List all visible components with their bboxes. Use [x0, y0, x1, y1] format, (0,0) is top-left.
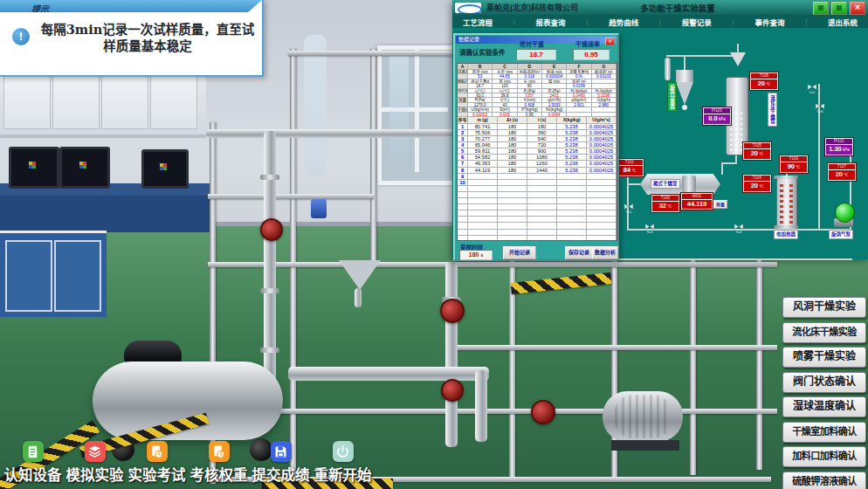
- table-cell: 5.238: [557, 161, 587, 167]
- table-cell: 44.119: [468, 168, 498, 174]
- electric-heater[interactable]: [776, 178, 797, 228]
- table-cell: 900: [527, 148, 557, 155]
- instrument-pi103: PI1030.0 kPa: [703, 107, 731, 125]
- valve-va3[interactable]: Va3: [643, 224, 657, 234]
- hint-title-bar: 提示: [0, 0, 262, 12]
- vortex-pump[interactable]: [835, 203, 855, 223]
- restore-button[interactable]: ▦: [831, 2, 847, 15]
- menu-item-1[interactable]: 工艺流程: [463, 17, 493, 27]
- toolbar-item-4[interactable]: 考核权重: [188, 441, 250, 485]
- side-button-3[interactable]: 喷雾干燥实验: [782, 347, 866, 368]
- side-button-6[interactable]: 干燥室加料确认: [782, 422, 866, 443]
- empty-cell: [498, 236, 527, 241]
- empty-cell: [468, 217, 498, 223]
- table-cell: 5.238: [557, 136, 587, 142]
- side-button-5[interactable]: 湿球温度确认: [782, 396, 866, 417]
- dialog-button-2[interactable]: 保存记录: [565, 246, 593, 259]
- table-cell: 720: [527, 142, 557, 148]
- toolbar-item-3[interactable]: 实验考试: [126, 441, 188, 485]
- toolbar-item-5[interactable]: 提交成绩: [250, 441, 312, 485]
- instrument-unit: ℃: [666, 204, 672, 209]
- empty-cell: [458, 204, 468, 210]
- blue-pump[interactable]: [311, 199, 327, 218]
- table-row: 10: [458, 180, 617, 186]
- toolbar-item-1[interactable]: 认知设备: [2, 441, 64, 485]
- table-cell: 180: [498, 148, 527, 155]
- valve-va1[interactable]: Va1: [622, 203, 636, 214]
- empty-cell: [458, 236, 468, 241]
- menu-item-5[interactable]: 事件查询: [754, 17, 784, 27]
- menu-separator: |: [513, 17, 515, 25]
- table-cell: [468, 174, 498, 180]
- table-cell: [468, 180, 498, 186]
- empty-cell: [527, 192, 557, 198]
- valve-va6[interactable]: Va6: [813, 103, 827, 114]
- instrument-unit: ℃: [630, 169, 636, 173]
- feed-hopper[interactable]: [730, 52, 746, 66]
- empty-cell: [557, 192, 587, 198]
- column-header: B: [468, 64, 493, 70]
- empty-cell: [527, 230, 557, 236]
- toolbar-item-6[interactable]: 重新开始: [312, 441, 374, 485]
- empty-cell: [468, 192, 498, 198]
- side-button-7[interactable]: 加料口加料确认: [782, 446, 866, 467]
- side-button-8[interactable]: 硫酸钾溶液确认: [782, 472, 866, 489]
- exam-file-icon: [147, 441, 168, 462]
- weigh-button[interactable]: 称重: [713, 200, 727, 209]
- blower-motor[interactable]: [603, 391, 683, 442]
- close-button[interactable]: ✕: [850, 2, 865, 15]
- toolbar-label: 模拟实验: [66, 464, 124, 485]
- data-column-header: U(g/m²s): [587, 117, 617, 124]
- filter-tube: [665, 58, 671, 80]
- equipment-label: 厢式干燥室: [651, 179, 680, 189]
- table-cell: 5.238: [557, 124, 587, 130]
- table-cell: [557, 180, 587, 186]
- valve-handwheel[interactable]: [531, 400, 555, 424]
- table-cell: 180: [498, 161, 527, 167]
- table-cell: 80.741: [468, 124, 498, 130]
- side-button-1[interactable]: 风洞干燥实验: [782, 297, 866, 318]
- empty-cell: [458, 186, 468, 192]
- dialog-button-3[interactable]: 数据分析: [592, 246, 618, 259]
- toolbar-item-2[interactable]: 模拟实验: [64, 441, 126, 485]
- menu-item-3[interactable]: 趋势曲线: [609, 17, 638, 27]
- sample-time-value[interactable]: 180 s: [459, 250, 493, 260]
- menu-item-2[interactable]: 报表查询: [536, 17, 566, 27]
- instrument-unit: ℃: [758, 184, 763, 189]
- empty-cell: [458, 198, 468, 204]
- table-cell: 0.0004025: [587, 142, 617, 148]
- maximize-button[interactable]: ▦: [813, 2, 829, 15]
- valve-handwheel[interactable]: [440, 299, 465, 323]
- cyclone-separator[interactable]: [676, 70, 693, 82]
- valve-va4[interactable]: Va4: [732, 224, 746, 234]
- column-header: D: [518, 64, 542, 70]
- side-button-2[interactable]: 流化床干燥实验: [782, 322, 866, 343]
- menu-item-4[interactable]: 报警记录: [682, 17, 712, 27]
- monitor: [9, 147, 59, 189]
- data-column-header: X(kg/kg): [557, 117, 587, 124]
- dialog-button-1[interactable]: 开始记录: [503, 246, 536, 259]
- table-cell: 59.811: [468, 148, 498, 155]
- table-cell: 180: [498, 168, 527, 174]
- empty-cell: [557, 186, 587, 192]
- menu-separator: |: [805, 17, 807, 25]
- dialog-close-icon[interactable]: ✕: [605, 38, 615, 45]
- table-cell: 5.238: [557, 130, 587, 136]
- table-row: 844.11918014405.2380.0004025: [458, 168, 617, 174]
- valve-label: Va1: [622, 210, 636, 214]
- instrument-unit: ℃: [765, 82, 770, 86]
- table-cell: 5.238: [557, 148, 587, 155]
- side-button-panel: 风洞干燥实验流化床干燥实验喷雾干燥实验阀门状态确认湿球温度确认干燥室加料确认加料…: [782, 297, 866, 489]
- table-cell: 180: [527, 124, 557, 130]
- valve-handwheel[interactable]: [260, 218, 283, 241]
- table-cell: 65.046: [468, 142, 498, 148]
- column-header: E: [542, 64, 567, 70]
- instrument-tag: T107: [829, 164, 855, 170]
- valve-handwheel[interactable]: [441, 379, 464, 402]
- valve-label: Va3: [643, 230, 657, 234]
- column-header: G: [592, 64, 617, 70]
- valve-va5[interactable]: Va5: [805, 84, 819, 94]
- menu-separator: |: [586, 17, 588, 25]
- side-button-4[interactable]: 阀门状态确认: [782, 372, 866, 393]
- menu-item-6[interactable]: 退出系统: [828, 17, 858, 27]
